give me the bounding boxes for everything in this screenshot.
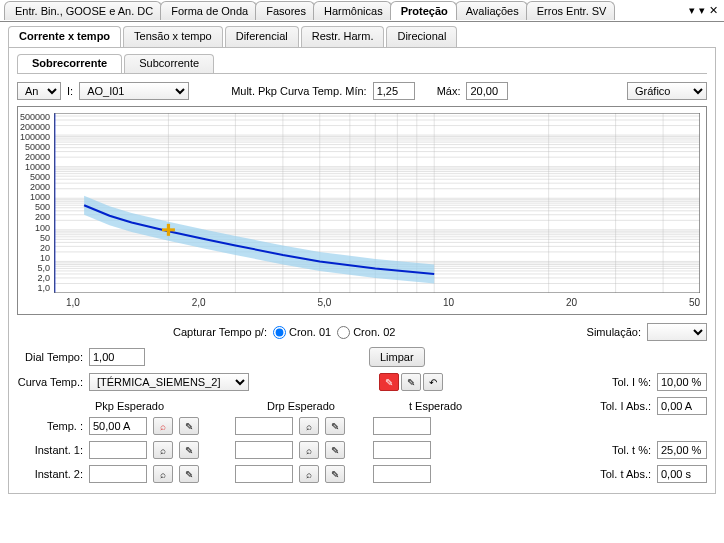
inst1-label: Instant. 1: <box>17 444 83 456</box>
capture-label: Capturar Tempo p/: <box>173 326 267 338</box>
curva-temp-select[interactable]: [TÉRMICA_SIEMENS_2] <box>89 373 249 391</box>
i-label: I: <box>67 85 73 97</box>
pkp-header: Pkp Esperado <box>95 400 215 412</box>
inst2-label: Instant. 2: <box>17 468 83 480</box>
temp-label: Temp. : <box>17 420 83 432</box>
tab-subcorrente[interactable]: Subcorrente <box>124 54 214 73</box>
y-axis-ticks: 500000200000100000 500002000010000 50002… <box>20 113 54 293</box>
inst2-pkp-input[interactable] <box>89 465 147 483</box>
inst1-drp-search-icon[interactable]: ⌕ <box>299 441 319 459</box>
tab-restr-harm[interactable]: Restr. Harm. <box>301 26 385 47</box>
sim-select[interactable] <box>647 323 707 341</box>
tol-i-abs-input[interactable] <box>657 397 707 415</box>
dropdown-icon[interactable]: ▾ <box>689 4 695 17</box>
tab-erros-entr-sv[interactable]: Erros Entr. SV <box>526 1 616 20</box>
radio-cron2[interactable]: Cron. 02 <box>337 326 395 339</box>
drp-header: Drp Esperado <box>267 400 387 412</box>
tol-i-abs-label: Tol. I Abs.: <box>600 400 651 412</box>
temp-drp-input[interactable] <box>235 417 293 435</box>
curve-undo-icon[interactable]: ↶ <box>423 373 443 391</box>
tol-i-input[interactable] <box>657 373 707 391</box>
inst1-pkp-input[interactable] <box>89 441 147 459</box>
inst1-drp-input[interactable] <box>235 441 293 459</box>
dial-row: Dial Tempo: Limpar <box>17 347 707 367</box>
tab-diferencial[interactable]: Diferencial <box>225 26 299 47</box>
instant1-row: Instant. 1: ⌕ ✎ ⌕ ✎ Tol. t %: <box>17 441 707 459</box>
inst2-drp-search-icon[interactable]: ⌕ <box>299 465 319 483</box>
curva-row: Curva Temp.: [TÉRMICA_SIEMENS_2] ✎ ✎ ↶ T… <box>17 373 707 391</box>
mult-min-input[interactable] <box>373 82 415 100</box>
tol-t-abs-input[interactable] <box>657 465 707 483</box>
sim-label: Simulação: <box>587 326 641 338</box>
minimize-icon[interactable]: ▾ <box>699 4 705 17</box>
curve-brush-icon[interactable]: ✎ <box>401 373 421 391</box>
tol-i-label: Tol. I %: <box>612 376 651 388</box>
inst2-drp-edit-icon[interactable]: ✎ <box>325 465 345 483</box>
temp-row: Temp. : ⌕ ✎ ⌕ ✎ <box>17 417 707 435</box>
tab-forma-onda[interactable]: Forma de Onda <box>160 1 257 20</box>
sub-tab-bar-2: Sobrecorrente Subcorrente <box>17 54 707 74</box>
top-input-row: An I: AO_I01 Mult. Pkp Curva Temp. Mín: … <box>17 82 707 100</box>
tab-sobrecorrente[interactable]: Sobrecorrente <box>17 54 122 73</box>
mult-max-label: Máx: <box>437 85 461 97</box>
radio-cron1[interactable]: Cron. 01 <box>273 326 331 339</box>
inst1-pkp-edit-icon[interactable]: ✎ <box>179 441 199 459</box>
unit-select[interactable]: An <box>17 82 61 100</box>
main-tab-bar: Entr. Bin., GOOSE e An. DC Forma de Onda… <box>0 0 724 22</box>
inst2-pkp-edit-icon[interactable]: ✎ <box>179 465 199 483</box>
x-axis-ticks: 1,02,0 5,010 2050 <box>20 297 700 308</box>
temp-pkp-edit-icon[interactable]: ✎ <box>179 417 199 435</box>
tab-direcional[interactable]: Direcional <box>386 26 457 47</box>
curva-temp-label: Curva Temp.: <box>17 376 83 388</box>
close-icon[interactable]: ✕ <box>709 4 718 17</box>
mult-min-label: Mult. Pkp Curva Temp. Mín: <box>231 85 367 97</box>
instant2-row: Instant. 2: ⌕ ✎ ⌕ ✎ Tol. t Abs.: <box>17 465 707 483</box>
plot-area[interactable] <box>54 113 700 293</box>
tab-protecao[interactable]: Proteção <box>390 1 457 20</box>
tab-corrente-x-tempo[interactable]: Corrente x tempo <box>8 26 121 47</box>
expected-headers: Pkp Esperado Drp Esperado t Esperado Tol… <box>17 397 707 415</box>
inst1-t-input[interactable] <box>373 441 431 459</box>
inst2-t-input[interactable] <box>373 465 431 483</box>
capture-row: Capturar Tempo p/: Cron. 01 Cron. 02 Sim… <box>17 323 707 341</box>
chart-container: 500000200000100000 500002000010000 50002… <box>17 106 707 315</box>
dial-tempo-label: Dial Tempo: <box>17 351 83 363</box>
tab-tensao-x-tempo[interactable]: Tensão x tempo <box>123 26 223 47</box>
limpar-button[interactable]: Limpar <box>369 347 425 367</box>
tol-t-label: Tol. t %: <box>612 444 651 456</box>
tab-entr-bin[interactable]: Entr. Bin., GOOSE e An. DC <box>4 1 162 20</box>
temp-pkp-search-icon[interactable]: ⌕ <box>153 417 173 435</box>
temp-t-input[interactable] <box>373 417 431 435</box>
inst2-drp-input[interactable] <box>235 465 293 483</box>
inst1-pkp-search-icon[interactable]: ⌕ <box>153 441 173 459</box>
temp-pkp-input[interactable] <box>89 417 147 435</box>
sub-tab-bar-1: Corrente x tempo Tensão x tempo Diferenc… <box>8 26 716 48</box>
view-mode-select[interactable]: Gráfico <box>627 82 707 100</box>
temp-drp-search-icon[interactable]: ⌕ <box>299 417 319 435</box>
tab-harmonicas[interactable]: Harmônicas <box>313 1 392 20</box>
t-header: t Esperado <box>409 400 489 412</box>
mult-max-input[interactable] <box>466 82 508 100</box>
i-select[interactable]: AO_I01 <box>79 82 189 100</box>
tol-t-abs-label: Tol. t Abs.: <box>600 468 651 480</box>
window-controls: ▾ ▾ ✕ <box>689 4 724 17</box>
temp-drp-edit-icon[interactable]: ✎ <box>325 417 345 435</box>
tab-avaliacoes[interactable]: Avaliações <box>455 1 528 20</box>
tab-fasores[interactable]: Fasores <box>255 1 315 20</box>
tol-t-input[interactable] <box>657 441 707 459</box>
inst1-drp-edit-icon[interactable]: ✎ <box>325 441 345 459</box>
curve-edit-icon[interactable]: ✎ <box>379 373 399 391</box>
dial-tempo-input[interactable] <box>89 348 145 366</box>
inst2-pkp-search-icon[interactable]: ⌕ <box>153 465 173 483</box>
